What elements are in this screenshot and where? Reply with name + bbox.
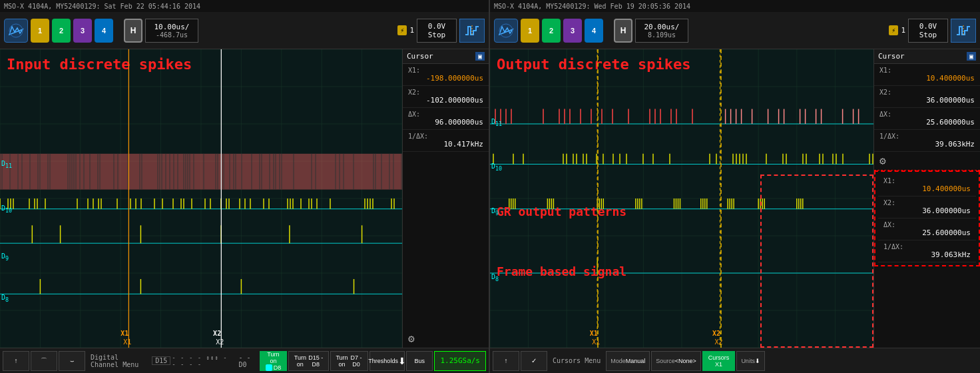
left-cursor-panel: Cursor ▣ X1: -198.000000us X2: -102.0000… — [402, 49, 489, 348]
svg-marker-0 — [9, 27, 23, 35]
right-source-btn[interactable]: Source <None> — [651, 351, 701, 371]
right-cursor-header: Cursor ▣ — [874, 49, 980, 64]
right-units-btn[interactable]: Units ⬇ — [736, 351, 765, 371]
right-x2-label: X2: — [879, 89, 975, 96]
right-ch3-btn[interactable]: 3 — [563, 19, 582, 43]
left-channel-btn[interactable]: Turn on D8 — [260, 351, 288, 371]
left-gear-icon[interactable]: ⚙ — [403, 330, 489, 348]
left-thresholds-btn[interactable]: Thresholds ⬇ — [369, 351, 405, 371]
right-trig-num: 1 — [901, 26, 905, 35]
right-main-area: Output discrete spikes GR output pattern… — [490, 49, 980, 348]
right-dx-label2: ΔX: — [883, 221, 971, 228]
left-x1-label: X1: — [408, 67, 483, 74]
right-frame-label: Frame based signal — [497, 264, 626, 278]
left-x2-value: -102.000000us — [408, 96, 483, 105]
left-ch4-btn[interactable]: 4 — [95, 19, 113, 43]
right-voltage-display[interactable]: 0.0V Stop — [908, 19, 948, 43]
right-x1-row: X1: 10.400000us — [874, 64, 980, 86]
left-title-bar: MSO-X 4104A, MY52400129: Sat Feb 22 05:4… — [0, 0, 489, 12]
right-x1-value2: 10.400000us — [883, 185, 971, 193]
right-h-btn[interactable]: H — [614, 19, 632, 43]
left-wave-icon[interactable] — [459, 19, 485, 43]
right-title-bar: MSO-X 4104A, MY52400129: Wed Feb 19 20:0… — [490, 0, 980, 12]
left-panel: MSO-X 4104A, MY52400129: Sat Feb 22 05:4… — [0, 0, 490, 373]
left-turn-on-d15-btn[interactable]: Turn on D15 - D8 — [288, 351, 329, 371]
right-red-box — [760, 175, 873, 348]
left-main-area: Input discrete spikes X1 X2 D11 D10 D9 D… — [0, 49, 489, 348]
right-x2-value: 36.000000us — [879, 96, 975, 105]
right-d9-label: D9 — [491, 207, 499, 216]
left-ch2-btn[interactable]: 2 — [52, 19, 71, 43]
right-trig-icon: ⚡ — [889, 25, 898, 35]
right-dx-row: ΔX: 25.600000us — [874, 108, 980, 130]
left-d15-dashes: - - - - ↕↕↕ - - - - - — [172, 354, 234, 368]
right-dx-row2: ΔX: 25.600000us — [878, 218, 976, 240]
right-x1-marker: X1 — [590, 330, 598, 337]
right-inv-dx-value2: 39.063kHz — [883, 250, 971, 259]
right-cursors-btn[interactable]: Cursors X1 — [702, 351, 736, 371]
left-logo — [4, 19, 28, 43]
right-panel: MSO-X 4104A, MY52400129: Wed Feb 19 20:0… — [490, 0, 980, 373]
left-ch1-btn[interactable]: 1 — [31, 19, 49, 43]
right-dx-value2: 25.600000us — [883, 228, 971, 237]
left-x1-row: X1: -198.000000us — [403, 64, 489, 86]
left-digital-menu-label: Digital Channel Menu — [87, 354, 150, 368]
right-x1-value: 10.400000us — [879, 74, 975, 83]
right-x2-row: X2: 36.000000us — [874, 86, 980, 108]
right-nav-up-btn[interactable]: ↑ — [493, 351, 519, 371]
right-ch4-btn[interactable]: 4 — [585, 19, 603, 43]
left-cursor-x1 — [128, 49, 129, 348]
left-voltage-display[interactable]: 0.0V Stop — [417, 19, 457, 43]
right-cursors-menu-label: Cursors Menu — [549, 357, 605, 364]
left-ch3-btn[interactable]: 3 — [73, 19, 92, 43]
right-cursor-x1-line — [597, 49, 599, 348]
left-d10-label: D10 — [1, 204, 12, 214]
right-ch1-btn[interactable]: 1 — [521, 19, 539, 43]
left-inv-dx-row: 1/ΔX: 10.417kHz — [403, 130, 489, 152]
left-d8-indicator — [266, 364, 272, 371]
right-gear-icon-top[interactable]: ⚙ — [874, 152, 980, 171]
right-x1-label: X1: — [879, 67, 975, 74]
right-top-bar: 1 2 3 4 H 20.00us/ 8.109us ⚡ 1 0.0V Stop — [490, 12, 980, 49]
right-dx-label: ΔX: — [879, 111, 975, 118]
right-cursor-x2-line — [720, 49, 722, 348]
right-mode-btn[interactable]: Mode Manual — [606, 351, 650, 371]
left-bus-btn[interactable]: Bus — [406, 351, 433, 371]
right-x2-row2: X2: 36.000000us — [878, 196, 976, 218]
left-inv-dx-label: 1/ΔX: — [408, 133, 483, 140]
right-inv-dx-label: 1/ΔX: — [879, 133, 975, 140]
left-turn-on-d7-btn[interactable]: Turn on D7 - D0 — [330, 351, 368, 371]
right-wave-icon[interactable] — [951, 19, 976, 43]
left-do-label: - - D0 — [236, 354, 258, 368]
right-dx-value: 25.600000us — [879, 118, 975, 127]
left-d8-label: D8 — [1, 294, 9, 303]
left-h-btn[interactable]: H — [124, 19, 142, 43]
left-dx-row: ΔX: 96.000000us — [403, 108, 489, 130]
right-title: MSO-X 4104A, MY52400129: Wed Feb 19 20:0… — [494, 3, 690, 10]
left-cursor-icon[interactable]: ▣ — [475, 52, 485, 61]
left-top-bar: 1 2 3 4 H 10.00us/ -468.7us ⚡ 1 0.0V Sto… — [0, 12, 489, 49]
right-d10-label: D10 — [491, 163, 502, 172]
left-time-display[interactable]: 10.00us/ -468.7us — [145, 19, 198, 43]
left-nav-waveup-btn[interactable]: ⌒ — [31, 351, 57, 371]
left-cursor-header: Cursor ▣ — [403, 49, 489, 64]
right-inv-dx-label2: 1/ΔX: — [883, 243, 971, 250]
left-nav-wavedown-btn[interactable]: ⌣ — [59, 351, 85, 371]
right-gr-label: GR output patterns — [497, 204, 626, 218]
right-cursor-section-2: X1: 10.400000us X2: 36.000000us ΔX: 25.6… — [874, 171, 980, 266]
left-title: MSO-X 4104A, MY52400129: Sat Feb 22 05:4… — [4, 3, 200, 10]
left-nav-up-btn[interactable]: ↑ — [3, 351, 29, 371]
right-x2-label2: X2: — [883, 199, 971, 206]
left-d15-label: D15 — [152, 356, 170, 365]
right-cursor-icon[interactable]: ▣ — [967, 52, 976, 61]
left-dx-label: ΔX: — [408, 111, 483, 118]
right-cursor-panel: Cursor ▣ X1: 10.400000us X2: 36.000000us… — [873, 49, 980, 348]
left-trig-icon: ⚡ — [397, 25, 407, 35]
left-scope-screen: Input discrete spikes X1 X2 D11 D10 D9 D… — [0, 49, 402, 348]
right-inv-dx-row: 1/ΔX: 39.063kHz — [874, 130, 980, 152]
left-trig-num: 1 — [409, 26, 414, 35]
right-time-display[interactable]: 20.00us/ 8.109us — [635, 19, 688, 43]
right-nav-down-btn[interactable]: ✓ — [521, 351, 547, 371]
right-inv-dx-row2: 1/ΔX: 39.063kHz — [878, 240, 976, 262]
right-ch2-btn[interactable]: 2 — [542, 19, 561, 43]
